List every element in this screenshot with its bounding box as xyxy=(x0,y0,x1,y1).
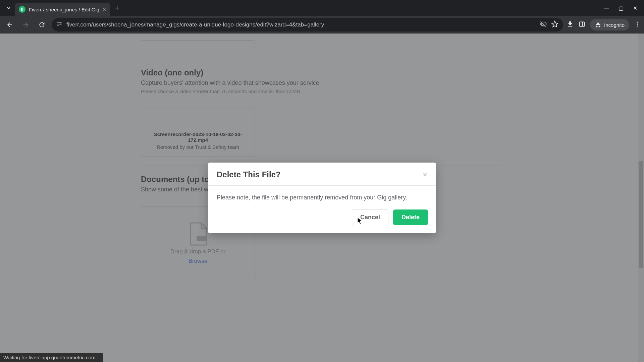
incognito-label: Incognito xyxy=(604,22,625,28)
delete-button[interactable]: Delete xyxy=(393,209,428,225)
bookmark-star-icon[interactable] xyxy=(551,20,558,29)
delete-file-modal: Delete This File? × Please note, the fil… xyxy=(208,163,436,233)
window-controls: — ▢ ✕ xyxy=(604,5,641,11)
url-text: fiverr.com/users/sheena_jones/manage_gig… xyxy=(66,21,536,28)
side-panel-icon[interactable] xyxy=(579,21,585,29)
modal-title: Delete This File? xyxy=(217,170,281,179)
browser-tab[interactable]: fi Fiverr / sheena_jones / Edit Gig × xyxy=(15,3,110,16)
back-button[interactable] xyxy=(3,18,16,31)
svg-rect-0 xyxy=(580,22,585,26)
svg-point-3 xyxy=(637,23,638,24)
page-viewport: Video (one only) Capture buyers' attenti… xyxy=(0,34,644,362)
tab-search-dropdown[interactable] xyxy=(3,2,15,14)
address-bar[interactable]: fiverr.com/users/sheena_jones/manage_gig… xyxy=(52,18,563,32)
svg-point-4 xyxy=(637,25,638,26)
modal-body: Please note, the file will be permanentl… xyxy=(208,186,436,205)
downloads-icon[interactable] xyxy=(567,20,574,29)
minimize-icon[interactable]: — xyxy=(604,5,609,11)
incognito-indicator[interactable]: Incognito xyxy=(590,19,629,31)
forward-button[interactable] xyxy=(19,18,32,31)
modal-header: Delete This File? × xyxy=(208,163,436,186)
incognito-icon xyxy=(595,21,601,28)
fiverr-favicon-icon: fi xyxy=(19,6,25,13)
new-tab-button[interactable]: + xyxy=(115,4,119,12)
tab-title: Fiverr / sheena_jones / Edit Gig xyxy=(29,7,99,12)
tab-strip: fi Fiverr / sheena_jones / Edit Gig × + … xyxy=(0,0,644,16)
eye-off-icon[interactable] xyxy=(540,20,547,29)
modal-close-icon[interactable]: × xyxy=(423,171,427,179)
modal-footer: Cancel Delete xyxy=(208,205,436,233)
status-bar: Waiting for fiverr-app.quantummetric.com… xyxy=(0,353,103,362)
toolbar-right-actions: Incognito xyxy=(567,19,641,31)
browser-toolbar: fiverr.com/users/sheena_jones/manage_gig… xyxy=(0,16,644,34)
svg-point-2 xyxy=(637,22,638,23)
maximize-icon[interactable]: ▢ xyxy=(619,5,624,11)
site-settings-icon[interactable] xyxy=(56,21,62,29)
kebab-menu-icon[interactable] xyxy=(634,21,641,29)
close-window-icon[interactable]: ✕ xyxy=(633,5,637,11)
tab-close-icon[interactable]: × xyxy=(103,6,106,13)
reload-button[interactable] xyxy=(36,18,48,31)
cancel-button[interactable]: Cancel xyxy=(352,209,388,225)
modal-overlay[interactable]: Delete This File? × Please note, the fil… xyxy=(0,34,644,362)
